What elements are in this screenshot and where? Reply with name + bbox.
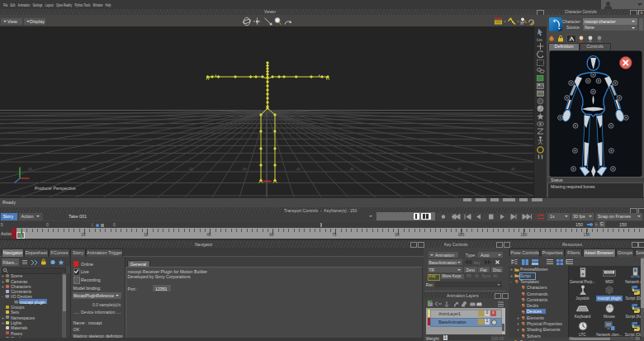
svg-text:-40: -40 bbox=[81, 167, 87, 171]
svg-text:Producer Perspective: Producer Perspective bbox=[35, 186, 76, 191]
svg-text:key: key bbox=[474, 260, 481, 265]
svg-text:-40: -40 bbox=[242, 167, 248, 171]
svg-text:-40: -40 bbox=[27, 167, 33, 171]
svg-text:-40: -40 bbox=[457, 167, 462, 171]
svg-text:-40: -40 bbox=[510, 167, 516, 171]
svg-text:-40: -40 bbox=[296, 167, 301, 171]
svg-text:-40: -40 bbox=[403, 167, 409, 171]
svg-text:-40: -40 bbox=[188, 167, 194, 171]
svg-text:-40: -40 bbox=[349, 167, 355, 171]
svg-text:kas: kas bbox=[537, 38, 543, 42]
svg-text:-40: -40 bbox=[135, 167, 140, 171]
